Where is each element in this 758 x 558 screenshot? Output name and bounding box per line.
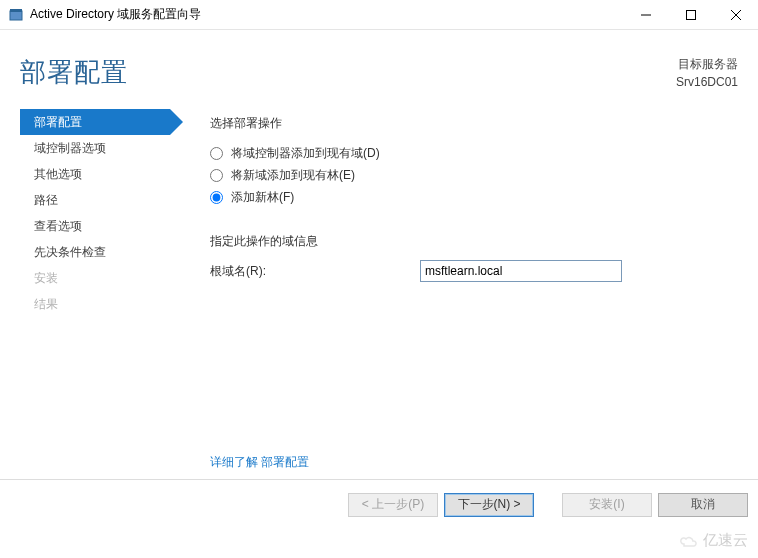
radio-add-to-existing-domain[interactable]: 将域控制器添加到现有域(D) (210, 142, 738, 164)
radio-label-existing-domain: 将域控制器添加到现有域(D) (231, 145, 380, 162)
root-domain-row: 根域名(R): (210, 260, 738, 282)
sidebar-item-other-options[interactable]: 其他选项 (20, 161, 195, 187)
target-server-info: 目标服务器 Srv16DC01 (676, 55, 738, 91)
watermark: 亿速云 (679, 531, 748, 550)
target-server-label: 目标服务器 (676, 55, 738, 73)
prev-button: < 上一步(P) (348, 493, 438, 517)
domain-info-label: 指定此操作的域信息 (210, 233, 738, 250)
sidebar-item-dc-options[interactable]: 域控制器选项 (20, 135, 195, 161)
page-title: 部署配置 (20, 55, 128, 90)
install-button: 安装(I) (562, 493, 652, 517)
window-title: Active Directory 域服务配置向导 (30, 6, 623, 23)
footer: < 上一步(P) 下一步(N) > 安装(I) 取消 (0, 479, 758, 529)
sidebar-item-install: 安装 (20, 265, 195, 291)
radio-input-new-forest[interactable] (210, 191, 223, 204)
sidebar-item-results: 结果 (20, 291, 195, 317)
domain-info-section: 指定此操作的域信息 根域名(R): (210, 233, 738, 282)
next-button[interactable]: 下一步(N) > (444, 493, 534, 517)
svg-rect-3 (686, 10, 695, 19)
sidebar-item-review[interactable]: 查看选项 (20, 213, 195, 239)
titlebar: Active Directory 域服务配置向导 (0, 0, 758, 30)
select-operation-label: 选择部署操作 (210, 115, 738, 132)
radio-label-existing-forest: 将新域添加到现有林(E) (231, 167, 355, 184)
body: 部署配置 域控制器选项 其他选项 路径 查看选项 先决条件检查 安装 结果 选择… (0, 109, 758, 479)
sidebar-item-prereq[interactable]: 先决条件检查 (20, 239, 195, 265)
radio-add-to-existing-forest[interactable]: 将新域添加到现有林(E) (210, 164, 738, 186)
radio-add-new-forest[interactable]: 添加新林(F) (210, 186, 738, 208)
sidebar: 部署配置 域控制器选项 其他选项 路径 查看选项 先决条件检查 安装 结果 (0, 109, 195, 479)
learn-more: 详细了解 部署配置 (210, 454, 309, 471)
cancel-button[interactable]: 取消 (658, 493, 748, 517)
radio-label-new-forest: 添加新林(F) (231, 189, 294, 206)
svg-rect-0 (10, 11, 22, 20)
root-domain-label: 根域名(R): (210, 263, 420, 280)
header: 部署配置 目标服务器 Srv16DC01 (0, 30, 758, 109)
content: 选择部署操作 将域控制器添加到现有域(D) 将新域添加到现有林(E) 添加新林(… (195, 109, 758, 479)
maximize-button[interactable] (668, 0, 713, 29)
app-icon (8, 7, 24, 23)
minimize-button[interactable] (623, 0, 668, 29)
sidebar-item-paths[interactable]: 路径 (20, 187, 195, 213)
close-button[interactable] (713, 0, 758, 29)
window-controls (623, 0, 758, 29)
radio-input-existing-forest[interactable] (210, 169, 223, 182)
learn-more-prefix: 详细了解 (210, 455, 261, 469)
root-domain-input[interactable] (420, 260, 622, 282)
sidebar-item-deploy-config[interactable]: 部署配置 (20, 109, 170, 135)
learn-more-link[interactable]: 部署配置 (261, 455, 309, 469)
radio-input-existing-domain[interactable] (210, 147, 223, 160)
svg-rect-1 (10, 9, 22, 12)
target-server-name: Srv16DC01 (676, 73, 738, 91)
